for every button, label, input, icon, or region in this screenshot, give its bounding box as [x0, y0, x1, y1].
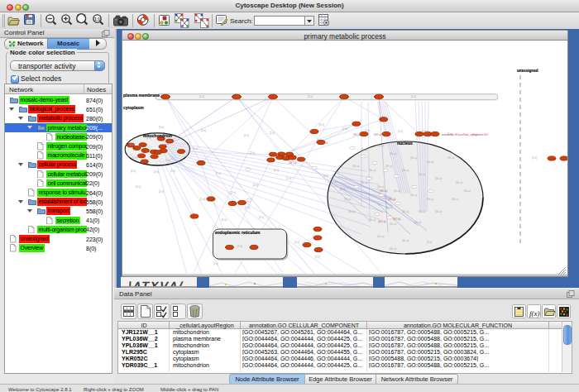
svg-text:[2 n]: [2 n] [159, 126, 164, 129]
svg-text:(Sc-a): (Sc-a) [435, 210, 442, 213]
svg-text:[2 n]: [2 n] [423, 130, 428, 133]
svg-text:[2 n]: [2 n] [146, 136, 151, 140]
svg-text:[2 n]: [2 n] [274, 169, 279, 172]
svg-text:(Sc-a): (Sc-a) [344, 198, 351, 201]
svg-text:[2 n]: [2 n] [332, 181, 337, 184]
svg-text:(GO-a): (GO-a) [374, 133, 381, 136]
svg-text:[2 n]: [2 n] [250, 151, 255, 155]
svg-text:[2 n]: [2 n] [199, 95, 204, 98]
svg-text:(Sc-a): (Sc-a) [377, 235, 384, 238]
svg-text:nucleus: nucleus [397, 141, 413, 146]
svg-text:(Sc-a): (Sc-a) [394, 189, 400, 193]
svg-text:[2 n]: [2 n] [427, 241, 432, 244]
svg-text:(Sc-a): (Sc-a) [361, 181, 367, 184]
svg-text:(Sc-a): (Sc-a) [410, 194, 417, 197]
svg-text:[2 n]: [2 n] [216, 172, 221, 175]
svg-text:(GO-a): (GO-a) [320, 141, 328, 145]
svg-text:[2 n]: [2 n] [136, 185, 141, 189]
svg-text:Search:: Search: [230, 17, 253, 25]
svg-text:[2 n]: [2 n] [170, 170, 175, 173]
svg-text:(Sc-a): (Sc-a) [427, 160, 433, 164]
svg-text:plasma membrane: plasma membrane [123, 93, 160, 98]
svg-text:\ΛΤΧVΛ/: \ΛΤΧVΛ/ [127, 280, 185, 288]
svg-text:[1 n]: [1 n] [340, 188, 345, 191]
svg-text:unassigned: unassigned [517, 69, 538, 73]
svg-text:(Sc-a): (Sc-a) [427, 198, 433, 201]
svg-text:[2 n]: [2 n] [213, 262, 218, 265]
svg-text:[2 n]: [2 n] [365, 129, 370, 132]
svg-text:[2 n]: [2 n] [159, 190, 164, 194]
svg-text:[2 n]: [2 n] [222, 218, 227, 222]
svg-text:(GO-a): (GO-a) [353, 133, 361, 136]
svg-text:[2 n]: [2 n] [131, 170, 136, 173]
svg-text:[2 n]: [2 n] [270, 131, 275, 135]
svg-text:(Sc-a): (Sc-a) [369, 169, 376, 172]
svg-text:(Sc-a): (Sc-a) [414, 221, 421, 224]
svg-text:(Sc-a): (Sc-a) [385, 165, 392, 168]
svg-text:[2 n]: [2 n] [201, 129, 206, 132]
svg-text:cytoplasm: cytoplasm [123, 105, 144, 110]
svg-text:(GO-a): (GO-a) [380, 189, 387, 193]
svg-text:[2 n]: [2 n] [245, 206, 250, 209]
svg-text:[2 n]: [2 n] [286, 177, 291, 180]
svg-text:[2 n]: [2 n] [130, 143, 135, 146]
svg-text:[2 n]: [2 n] [165, 159, 170, 162]
svg-text:(Sc-a): (Sc-a) [419, 173, 425, 176]
svg-text:(Sc-a): (Sc-a) [377, 185, 384, 189]
svg-text:(GO-a): (GO-a) [388, 198, 395, 201]
svg-text:[2 n]: [2 n] [259, 216, 264, 219]
svg-text:[2 n]: [2 n] [315, 256, 320, 259]
svg-text:[2 n]: [2 n] [532, 156, 537, 160]
svg-text:[2 n]: [2 n] [237, 245, 242, 248]
svg-text:(Sc-a): (Sc-a) [410, 156, 417, 160]
svg-text:(Sc-a): (Sc-a) [447, 156, 454, 160]
svg-text:(Sc-a): (Sc-a) [348, 210, 355, 213]
svg-text:[2 n]: [2 n] [398, 130, 403, 133]
svg-text:(GO-a): (GO-a) [289, 161, 296, 165]
svg-text:(Sc-a): (Sc-a) [419, 210, 425, 213]
svg-text:[2 n]: [2 n] [154, 170, 159, 174]
svg-text:(Sc-a): (Sc-a) [402, 169, 409, 172]
svg-text:(GO-a): (GO-a) [393, 218, 400, 221]
svg-text:(GO-a): (GO-a) [378, 220, 385, 223]
svg-text:[2 n]: [2 n] [308, 95, 313, 98]
svg-text:[2 n]: [2 n] [319, 123, 324, 127]
svg-text:[2 n]: [2 n] [244, 134, 249, 137]
svg-text:[2 n]: [2 n] [132, 156, 137, 160]
svg-text:(Sc-a): (Sc-a) [456, 181, 462, 184]
svg-text:[1 n]: [1 n] [323, 174, 328, 178]
svg-text:(Sc-a): (Sc-a) [369, 218, 376, 222]
svg-text:[2 n]: [2 n] [200, 198, 205, 201]
svg-text:(Sc-a): (Sc-a) [402, 210, 409, 213]
svg-text:f(x): f(x) [529, 309, 540, 318]
svg-text:(Sc-a): (Sc-a) [402, 239, 409, 242]
svg-text:1:1: 1:1 [94, 17, 100, 22]
svg-text:(Sc-a): (Sc-a) [352, 165, 359, 168]
svg-text:[2 n]: [2 n] [253, 184, 258, 187]
svg-text:(Sc-a): (Sc-a) [385, 206, 392, 209]
svg-text:endoplasmic reticulum: endoplasmic reticulum [215, 230, 261, 235]
svg-text:[2 n]: [2 n] [231, 191, 236, 194]
svg-text:(Sc-a): (Sc-a) [464, 189, 471, 193]
svg-text:(Sc-a): (Sc-a) [452, 198, 458, 201]
svg-text:(Sc-a): (Sc-a) [390, 152, 396, 155]
svg-text:(Sc-a): (Sc-a) [361, 148, 367, 151]
svg-text:(Sc-a): (Sc-a) [390, 222, 396, 226]
svg-text:(Sc-a): (Sc-a) [390, 247, 396, 251]
svg-text:[2 n]: [2 n] [193, 147, 198, 151]
svg-text:(Sc-a): (Sc-a) [377, 144, 384, 147]
svg-text:[2 n]: [2 n] [342, 127, 347, 131]
svg-text:[2 n]: [2 n] [411, 95, 416, 98]
svg-text:annotation.GO=cellular_compone: annotation.GO=cellular_component.GO [442, 133, 489, 136]
svg-text:(Sc-a): (Sc-a) [435, 177, 442, 180]
svg-text:[2 n]: [2 n] [294, 241, 299, 244]
